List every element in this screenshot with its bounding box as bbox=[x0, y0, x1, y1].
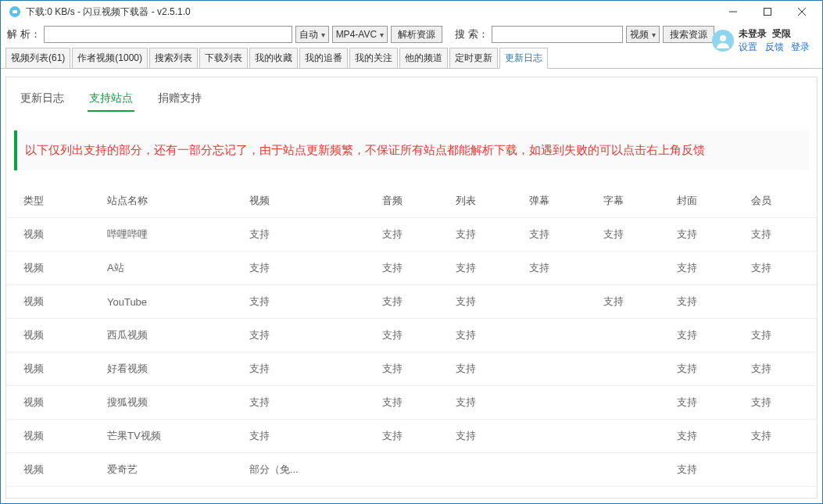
table-cell: 支持 bbox=[374, 386, 448, 420]
user-status-2: 受限 bbox=[772, 28, 791, 39]
table-cell: 视频 bbox=[6, 386, 99, 420]
table-header-cell: 弹幕 bbox=[521, 184, 595, 218]
sub-tab[interactable]: 更新日志 bbox=[19, 87, 66, 112]
table-cell: 支持 bbox=[669, 453, 742, 487]
table-cell: 支持 bbox=[596, 218, 669, 252]
table-cell: 支持 bbox=[669, 352, 742, 386]
sub-tabs: 更新日志支持站点捐赠支持 bbox=[6, 77, 817, 112]
table-header-cell: 视频 bbox=[242, 184, 374, 218]
table-cell: 支持 bbox=[242, 319, 374, 352]
table-cell: 视频 bbox=[6, 420, 99, 453]
table-row: 视频搜狐视频支持支持支持支持支持 bbox=[6, 386, 817, 420]
table-header-cell: 类型 bbox=[6, 184, 99, 218]
main-tab[interactable]: 我的追番 bbox=[299, 48, 348, 68]
search-label: 搜 索： bbox=[455, 27, 488, 41]
table-cell bbox=[521, 319, 595, 352]
main-tab[interactable]: 定时更新 bbox=[449, 48, 498, 68]
table-cell bbox=[743, 285, 817, 319]
table-cell: 支持 bbox=[669, 252, 742, 285]
table-cell: 支持 bbox=[596, 285, 669, 319]
table-cell: 支持 bbox=[521, 218, 595, 252]
user-text: 未登录 受限 设置 反馈 登录 bbox=[739, 27, 814, 54]
chevron-down-icon: ▾ bbox=[380, 30, 384, 39]
table-cell: 视频 bbox=[6, 285, 99, 319]
table-row: 视频A站支持支持支持支持支持支持 bbox=[6, 252, 817, 285]
table-cell: 视频 bbox=[6, 319, 99, 352]
table-row: 视频西瓜视频支持支持支持支持支持 bbox=[6, 319, 817, 352]
table-cell bbox=[596, 319, 669, 352]
table-cell bbox=[521, 352, 595, 386]
main-tab[interactable]: 视频列表(61) bbox=[5, 48, 70, 68]
maximize-button[interactable] bbox=[750, 1, 785, 23]
sub-tab[interactable]: 捐赠支持 bbox=[156, 87, 203, 112]
parse-label: 解 析： bbox=[7, 27, 41, 41]
table-cell: 支持 bbox=[242, 218, 374, 252]
table-cell: 支持 bbox=[242, 252, 374, 285]
format-select[interactable]: MP4-AVC▾ bbox=[332, 26, 388, 43]
search-input[interactable] bbox=[492, 26, 623, 43]
main-tab[interactable]: 更新日志 bbox=[499, 48, 548, 69]
sub-tab[interactable]: 支持站点 bbox=[88, 87, 134, 112]
svg-point-5 bbox=[720, 35, 726, 41]
table-cell: 支持 bbox=[743, 319, 817, 352]
table-cell: 支持 bbox=[521, 252, 595, 285]
main-tab[interactable]: 作者视频(1000) bbox=[72, 48, 148, 68]
table-cell: 支持 bbox=[743, 420, 817, 453]
table-cell: 支持 bbox=[242, 386, 374, 420]
user-block: 未登录 受限 设置 反馈 登录 bbox=[712, 27, 814, 54]
table-cell: 部分 bbox=[242, 487, 374, 499]
table-cell: 支持 bbox=[448, 386, 521, 420]
table-cell bbox=[596, 252, 669, 285]
table-cell bbox=[596, 420, 669, 453]
parse-input[interactable] bbox=[44, 26, 292, 43]
avatar[interactable] bbox=[712, 30, 734, 52]
table-header-cell: 音频 bbox=[374, 184, 448, 218]
window-controls bbox=[716, 1, 819, 23]
login-link[interactable]: 登录 bbox=[791, 41, 810, 52]
main-tab[interactable]: 我的收藏 bbox=[249, 48, 298, 68]
table-cell: 支持 bbox=[743, 352, 817, 386]
table-row: 视频芒果TV视频支持支持支持支持支持 bbox=[6, 420, 817, 453]
table-cell: 视频 bbox=[6, 352, 99, 386]
table-cell: 支持 bbox=[669, 218, 742, 252]
settings-link[interactable]: 设置 bbox=[739, 41, 757, 52]
chevron-down-icon: ▾ bbox=[321, 30, 325, 39]
table-cell: 支持 bbox=[448, 352, 521, 386]
table-cell: 部分（免... bbox=[242, 453, 374, 487]
main-tab[interactable]: 搜索列表 bbox=[149, 48, 198, 68]
main-tab[interactable]: 下载列表 bbox=[199, 48, 248, 68]
parse-button-label: 解析资源 bbox=[398, 28, 435, 41]
inner-card: 更新日志支持站点捐赠支持 以下仅列出支持的部分，还有一部分忘记了，由于站点更新频… bbox=[5, 77, 818, 499]
table-header-cell: 列表 bbox=[448, 184, 521, 218]
chevron-down-icon: ▾ bbox=[652, 30, 656, 39]
content-area: 更新日志支持站点捐赠支持 以下仅列出支持的部分，还有一部分忘记了，由于站点更新频… bbox=[1, 69, 822, 503]
table-cell: 支持 bbox=[374, 352, 448, 386]
table-cell bbox=[743, 453, 817, 487]
table-cell: 支持 bbox=[448, 319, 521, 352]
table-cell: 视频 bbox=[6, 252, 99, 285]
table-cell: 支持 bbox=[448, 218, 521, 252]
parse-button[interactable]: 解析资源 bbox=[391, 26, 442, 43]
table-cell bbox=[596, 453, 669, 487]
table-row: 视频好看视频支持支持支持支持支持 bbox=[6, 352, 817, 386]
search-button[interactable]: 搜索资源 bbox=[663, 26, 714, 43]
close-button[interactable] bbox=[785, 1, 819, 23]
table-cell: 腾讯视频 bbox=[99, 487, 242, 499]
auto-select-label: 自动 bbox=[299, 28, 318, 41]
table-cell: 视频 bbox=[6, 487, 99, 499]
main-tab[interactable]: 我的关注 bbox=[349, 48, 398, 68]
app-icon bbox=[9, 5, 21, 18]
table-cell bbox=[521, 487, 595, 499]
minimize-button[interactable] bbox=[716, 1, 750, 23]
window-title: 下载:0 KB/s - 闪豆视频下载器 - v2.5.1.0 bbox=[26, 5, 716, 19]
table-cell: 支持 bbox=[669, 386, 742, 420]
table-header-cell: 封面 bbox=[669, 184, 742, 218]
table-cell: 好看视频 bbox=[99, 352, 242, 386]
auto-select[interactable]: 自动▾ bbox=[295, 26, 329, 43]
table-cell: 搜狐视频 bbox=[99, 386, 242, 420]
table-cell: 支持 bbox=[448, 285, 521, 319]
main-tab[interactable]: 他的频道 bbox=[399, 48, 448, 68]
table-cell bbox=[374, 453, 448, 487]
feedback-link[interactable]: 反馈 bbox=[765, 41, 784, 52]
search-type-select[interactable]: 视频▾ bbox=[626, 26, 660, 43]
